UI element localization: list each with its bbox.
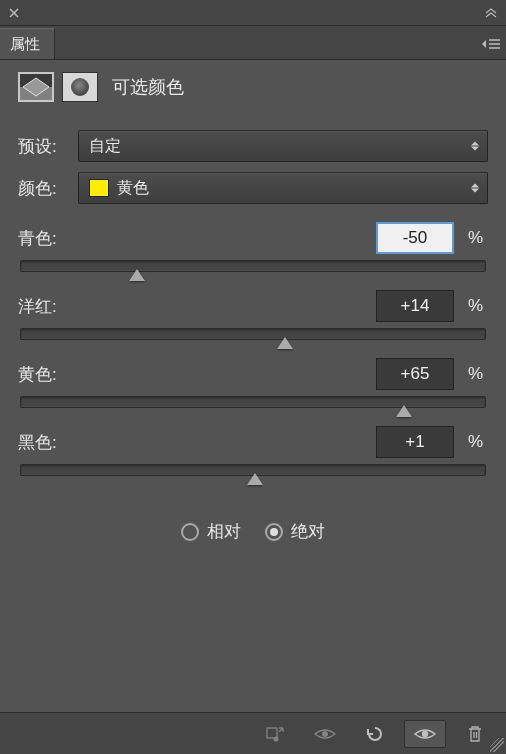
tab-properties[interactable]: 属性 [0,28,55,59]
radio-absolute-label: 绝对 [291,520,325,543]
svg-point-3 [422,730,428,736]
slider-label: 黄色: [18,363,376,386]
method-row: 相对 绝对 [18,520,488,543]
preset-row: 预设: 自定 [18,130,488,162]
slider-value-input[interactable] [376,290,454,322]
percent-symbol: % [468,432,488,452]
preset-value: 自定 [89,136,121,157]
preset-dropdown[interactable]: 自定 [78,130,488,162]
layer-mask-icon[interactable] [62,72,98,102]
color-dropdown[interactable]: 黄色 [78,172,488,204]
svg-point-1 [274,736,279,741]
tab-row: 属性 [0,26,506,60]
radio-relative-label: 相对 [207,520,241,543]
slider-thumb[interactable] [129,269,145,281]
slider-1: 洋红:% [18,290,488,340]
view-previous-icon[interactable] [404,720,446,748]
slider-track[interactable] [20,464,486,476]
slider-0: 青色:% [18,222,488,272]
percent-symbol: % [468,296,488,316]
svg-rect-0 [267,728,277,738]
color-swatch [89,179,109,197]
adjustment-header: 可选颜色 [18,72,488,102]
slider-label: 黑色: [18,431,376,454]
clip-to-layer-icon[interactable] [254,720,296,748]
slider-value-input[interactable] [376,426,454,458]
panel-footer [0,712,506,754]
svg-point-2 [322,731,328,737]
slider-thumb[interactable] [396,405,412,417]
color-label: 颜色: [18,177,78,200]
collapse-icon[interactable] [482,6,500,20]
visibility-icon[interactable] [304,720,346,748]
slider-thumb[interactable] [277,337,293,349]
selective-color-icon[interactable] [18,72,54,102]
slider-track[interactable] [20,260,486,272]
slider-2: 黄色:% [18,358,488,408]
slider-track[interactable] [20,396,486,408]
adjustment-title: 可选颜色 [112,75,184,99]
radio-absolute[interactable]: 绝对 [265,520,325,543]
percent-symbol: % [468,364,488,384]
resize-grip[interactable] [490,738,504,752]
radio-relative[interactable]: 相对 [181,520,241,543]
close-icon[interactable] [6,5,22,21]
reset-icon[interactable] [354,720,396,748]
slider-label: 青色: [18,227,376,250]
titlebar [0,0,506,26]
percent-symbol: % [468,228,488,248]
slider-3: 黑色:% [18,426,488,476]
color-row: 颜色: 黄色 [18,172,488,204]
slider-value-input[interactable] [376,358,454,390]
slider-thumb[interactable] [247,473,263,485]
preset-label: 预设: [18,135,78,158]
slider-label: 洋红: [18,295,376,318]
color-value: 黄色 [117,178,149,199]
slider-track[interactable] [20,328,486,340]
slider-value-input[interactable] [376,222,454,254]
panel-menu-icon[interactable] [476,28,506,59]
properties-panel: 可选颜色 预设: 自定 颜色: 黄色 青色:%洋红:%黄色:%黑色:% 相对 绝… [0,60,506,754]
